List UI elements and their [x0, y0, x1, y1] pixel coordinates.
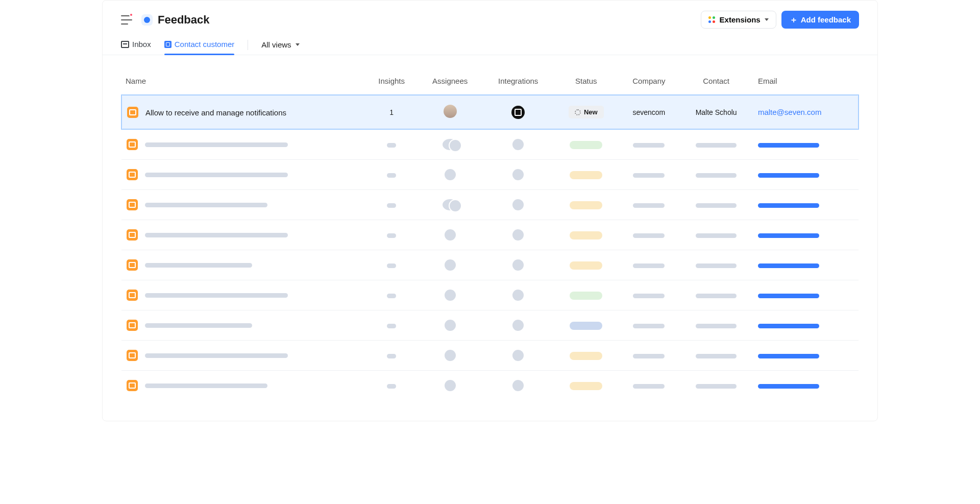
placeholder: [696, 263, 737, 268]
table-row[interactable]: Allow to receive and manage notification…: [121, 95, 859, 129]
all-views-dropdown[interactable]: All views: [261, 35, 299, 54]
placeholder: [758, 143, 819, 148]
menu-button[interactable]: [121, 15, 132, 25]
placeholder: [387, 354, 396, 358]
placeholder: [696, 294, 737, 298]
placeholder: [445, 380, 456, 391]
placeholder: [512, 320, 524, 331]
placeholder: [145, 383, 267, 388]
placeholder: [445, 290, 456, 301]
spinner-icon: [575, 109, 581, 115]
row-insights: 1: [365, 95, 418, 129]
table-row[interactable]: [121, 280, 859, 310]
extensions-icon: [708, 16, 716, 23]
table-row[interactable]: [121, 129, 859, 160]
column-email[interactable]: Email: [753, 69, 859, 95]
column-status[interactable]: Status: [554, 69, 618, 95]
placeholder: [512, 290, 524, 301]
placeholder: [696, 143, 737, 148]
placeholder: [512, 259, 524, 271]
table-row[interactable]: [121, 371, 859, 401]
placeholder: [758, 384, 819, 389]
placeholder: [145, 263, 252, 268]
column-integrations[interactable]: Integrations: [482, 69, 554, 95]
feedback-icon: [127, 229, 138, 241]
placeholder: [633, 173, 665, 178]
tab-contact-customer[interactable]: Contact customer: [164, 35, 235, 55]
placeholder: [387, 294, 396, 298]
row-contact: Malte Scholu: [679, 95, 753, 129]
column-company[interactable]: Company: [618, 69, 679, 95]
placeholder: [696, 173, 737, 178]
placeholder: [633, 384, 665, 389]
tab-inbox-label: Inbox: [132, 40, 151, 49]
tab-divider: [248, 40, 248, 50]
placeholder: [696, 324, 737, 328]
placeholder: [512, 229, 524, 241]
placeholder: [570, 292, 602, 300]
table-row[interactable]: [121, 341, 859, 371]
status-label: New: [584, 108, 598, 116]
row-company: sevencom: [618, 95, 679, 129]
placeholder: [512, 199, 524, 210]
table-row[interactable]: [121, 160, 859, 190]
placeholder: [758, 173, 819, 178]
feedback-icon: [127, 139, 138, 150]
placeholder: [570, 322, 602, 330]
tab-contact-customer-label: Contact customer: [175, 40, 235, 49]
table-row[interactable]: [121, 190, 859, 220]
placeholder: [570, 141, 602, 149]
placeholder: [387, 143, 396, 148]
inbox-icon: [121, 41, 129, 48]
assignee-avatar[interactable]: [444, 105, 457, 118]
column-contact[interactable]: Contact: [679, 69, 753, 95]
placeholder: [387, 263, 396, 268]
table-row[interactable]: [121, 310, 859, 341]
add-feedback-button[interactable]: ＋ Add feedback: [781, 11, 859, 29]
feedback-icon: [127, 290, 138, 301]
placeholder: [387, 233, 396, 238]
placeholder: [445, 229, 456, 241]
placeholder: [758, 294, 819, 298]
integration-icon[interactable]: [511, 106, 525, 119]
column-name[interactable]: Name: [121, 69, 365, 95]
placeholder: [570, 231, 602, 239]
feedback-icon: [127, 169, 138, 180]
column-insights[interactable]: Insights: [365, 69, 418, 95]
placeholder: [443, 139, 458, 150]
row-email[interactable]: malte@seven.com: [758, 108, 821, 116]
extensions-button[interactable]: Extensions: [701, 11, 776, 29]
feedback-icon: [127, 107, 138, 118]
placeholder: [145, 233, 288, 237]
placeholder: [445, 169, 456, 180]
tab-inbox[interactable]: Inbox: [121, 35, 151, 55]
placeholder: [145, 293, 288, 298]
status-badge[interactable]: New: [569, 106, 604, 118]
placeholder: [387, 324, 396, 328]
extensions-label: Extensions: [720, 15, 761, 24]
row-name: Allow to receive and manage notification…: [145, 108, 286, 116]
placeholder: [512, 169, 524, 180]
column-assignees[interactable]: Assignees: [418, 69, 482, 95]
table-row[interactable]: [121, 250, 859, 280]
placeholder: [570, 352, 602, 360]
table-row[interactable]: [121, 220, 859, 250]
feedback-table: Name Insights Assignees Integrations Sta…: [121, 69, 859, 400]
placeholder: [758, 233, 819, 238]
placeholder: [633, 143, 665, 148]
placeholder: [570, 201, 602, 209]
placeholder: [145, 203, 267, 207]
placeholder: [696, 354, 737, 358]
add-feedback-label: Add feedback: [801, 15, 851, 24]
placeholder: [633, 233, 665, 238]
placeholder: [387, 173, 396, 178]
placeholder: [145, 323, 252, 328]
topbar: Feedback Extensions ＋ Add feedback: [103, 1, 877, 35]
chevron-down-icon: [765, 18, 769, 21]
placeholder: [145, 353, 288, 358]
chevron-down-icon: [296, 43, 300, 46]
placeholder: [633, 324, 665, 328]
placeholder: [387, 203, 396, 208]
feedback-icon: [127, 380, 138, 391]
feedback-icon: [127, 320, 138, 331]
